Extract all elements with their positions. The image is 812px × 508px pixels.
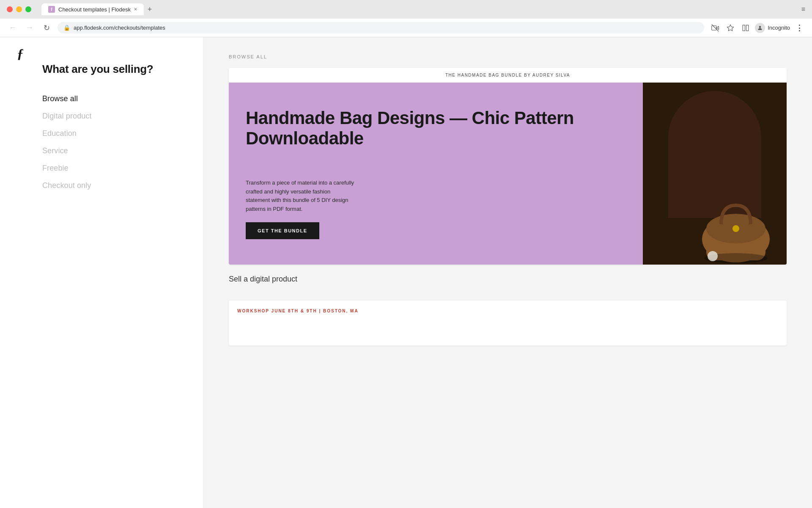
svg-rect-0 bbox=[712, 25, 716, 30]
card1-title: Handmade Bag Designs — Chic Pattern Down… bbox=[246, 108, 626, 149]
app-wrapper: f Checkout templates | Flodesk × + ≡ ← →… bbox=[0, 0, 812, 508]
app-logo: ƒ bbox=[17, 46, 24, 61]
template-card-1[interactable]: THE HANDMADE BAG BUNDLE BY AUDREY SILVA … bbox=[229, 68, 787, 265]
nav-item-browse-all[interactable]: Browse all bbox=[42, 91, 169, 107]
sidebar: What are you selling? Browse all Digital… bbox=[0, 37, 203, 508]
window-minimize-button[interactable] bbox=[16, 6, 22, 12]
svg-marker-2 bbox=[727, 25, 734, 30]
tab-more-button[interactable]: ≡ bbox=[801, 6, 805, 13]
browser-toolbar: ← → ↻ 🔒 app.flodesk.com/checkouts/templa… bbox=[0, 19, 812, 37]
browser-more-button[interactable]: ⋮ bbox=[793, 22, 805, 34]
svg-rect-3 bbox=[743, 25, 745, 31]
card2-body-placeholder bbox=[229, 320, 787, 345]
card1-image-section bbox=[643, 83, 787, 265]
section-label: BROWSE ALL bbox=[229, 54, 787, 59]
toolbar-actions: Incognito ⋮ bbox=[709, 22, 805, 34]
bag-image bbox=[681, 129, 787, 265]
tab-title: Checkout templates | Flodesk bbox=[58, 6, 131, 13]
svg-rect-4 bbox=[746, 25, 749, 31]
profile-label: Incognito bbox=[768, 25, 790, 31]
camera-icon-button[interactable] bbox=[709, 22, 721, 34]
back-button[interactable]: ← bbox=[7, 22, 19, 34]
window-maximize-button[interactable] bbox=[25, 6, 31, 12]
svg-point-5 bbox=[759, 26, 761, 28]
url-text: app.flodesk.com/checkouts/templates bbox=[74, 25, 698, 31]
card1-body: Handmade Bag Designs — Chic Pattern Down… bbox=[229, 83, 787, 265]
new-tab-button[interactable]: + bbox=[144, 3, 156, 15]
svg-point-11 bbox=[708, 251, 718, 261]
card2-workshop-label: WORKSHOP JUNE 8TH & 9TH | BOSTON, MA bbox=[237, 309, 359, 313]
nav-item-digital-product[interactable]: Digital product bbox=[42, 108, 169, 124]
app-logo-area: ƒ bbox=[17, 46, 24, 61]
profile-icon bbox=[755, 23, 765, 33]
window-controls bbox=[7, 6, 31, 12]
handbag-svg bbox=[694, 180, 778, 265]
lock-icon: 🔒 bbox=[63, 25, 70, 31]
tab-favicon: f bbox=[48, 6, 55, 13]
window-close-button[interactable] bbox=[7, 6, 13, 12]
card1-description: Transform a piece of material into a car… bbox=[246, 179, 356, 214]
address-bar[interactable]: 🔒 app.flodesk.com/checkouts/templates bbox=[58, 22, 704, 33]
active-tab[interactable]: f Checkout templates | Flodesk × bbox=[41, 3, 144, 15]
main-content: BROWSE ALL THE HANDMADE BAG BUNDLE BY AU… bbox=[203, 37, 812, 508]
forward-button[interactable]: → bbox=[24, 22, 36, 34]
browser-titlebar: f Checkout templates | Flodesk × + ≡ bbox=[0, 0, 812, 19]
page-heading: What are you selling? bbox=[42, 63, 169, 76]
content-wrapper: ƒ What are you selling? Browse all Digit… bbox=[0, 37, 812, 508]
profile-button[interactable]: Incognito bbox=[755, 23, 790, 33]
reader-mode-button[interactable] bbox=[740, 22, 752, 34]
nav-item-freebie[interactable]: Freebie bbox=[42, 160, 169, 176]
nav-item-service[interactable]: Service bbox=[42, 143, 169, 159]
nav-item-checkout-only[interactable]: Checkout only bbox=[42, 178, 169, 193]
tab-close-icon[interactable]: × bbox=[134, 6, 137, 12]
svg-point-9 bbox=[732, 225, 739, 232]
card1-text-section: Handmade Bag Designs — Chic Pattern Down… bbox=[229, 83, 643, 265]
card1-cta-button[interactable]: GET THE BUNDLE bbox=[246, 222, 319, 239]
bookmark-star-button[interactable] bbox=[724, 22, 736, 34]
tab-bar: f Checkout templates | Flodesk × + ≡ bbox=[41, 3, 805, 15]
card1-caption: Sell a digital product bbox=[229, 275, 787, 284]
browser-chrome: f Checkout templates | Flodesk × + ≡ ← →… bbox=[0, 0, 812, 37]
category-nav-list: Browse all Digital product Education Ser… bbox=[42, 91, 169, 193]
nav-item-education[interactable]: Education bbox=[42, 126, 169, 141]
card1-header: THE HANDMADE BAG BUNDLE BY AUDREY SILVA bbox=[229, 68, 787, 83]
template-card-2[interactable]: WORKSHOP JUNE 8TH & 9TH | BOSTON, MA bbox=[229, 301, 787, 345]
refresh-button[interactable]: ↻ bbox=[41, 22, 52, 34]
card2-header: WORKSHOP JUNE 8TH & 9TH | BOSTON, MA bbox=[229, 301, 787, 320]
